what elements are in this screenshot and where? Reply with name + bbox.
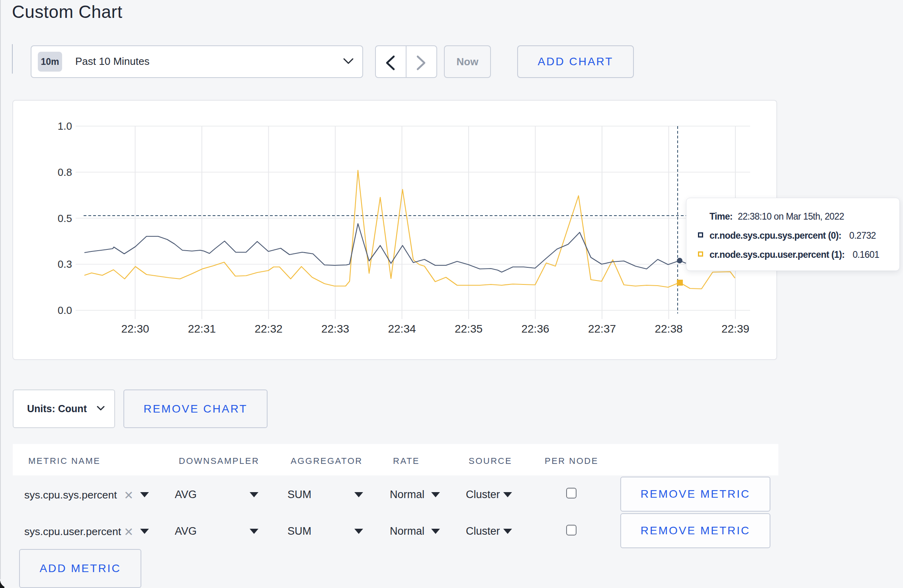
svg-text:22:39: 22:39 bbox=[721, 323, 749, 335]
svg-text:22:36: 22:36 bbox=[521, 323, 549, 335]
svg-text:0.0: 0.0 bbox=[58, 304, 72, 316]
svg-text:22:34: 22:34 bbox=[388, 323, 416, 335]
svg-text:1.0: 1.0 bbox=[58, 120, 72, 132]
svg-text:22:38: 22:38 bbox=[655, 323, 682, 335]
svg-text:0.3: 0.3 bbox=[58, 258, 72, 270]
svg-text:0.5: 0.5 bbox=[58, 212, 72, 224]
svg-text:22:37: 22:37 bbox=[588, 323, 616, 335]
svg-text:22:32: 22:32 bbox=[254, 323, 282, 335]
svg-text:22:30: 22:30 bbox=[121, 323, 149, 335]
svg-text:0.8: 0.8 bbox=[58, 166, 72, 178]
svg-text:22:31: 22:31 bbox=[188, 323, 216, 335]
svg-text:22:33: 22:33 bbox=[321, 323, 349, 335]
svg-text:22:35: 22:35 bbox=[455, 323, 483, 335]
